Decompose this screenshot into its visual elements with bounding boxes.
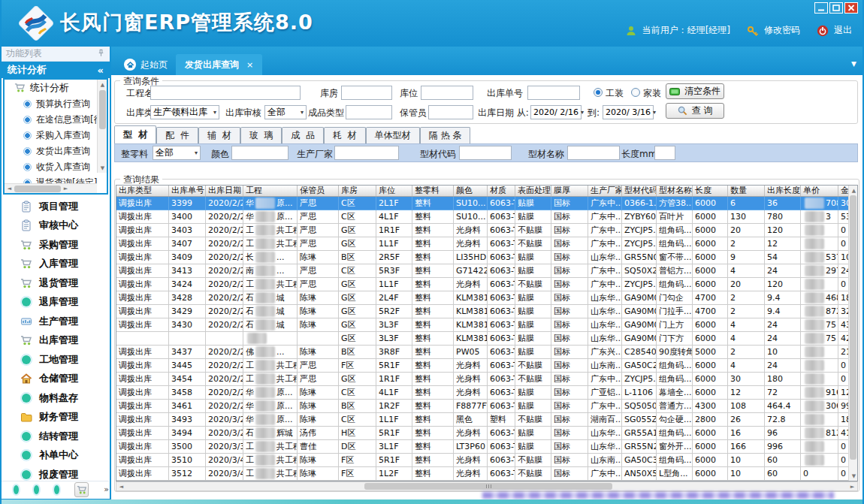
table-row[interactable]: 调拨出库34582020/2/28华原...陈琳C区4L1F整料光身料6063-… <box>116 386 857 400</box>
order-no-input[interactable] <box>527 86 580 100</box>
change-password-link[interactable]: 修改密码 <box>764 24 800 37</box>
profile-code-input[interactable] <box>459 146 512 160</box>
column-header[interactable]: 表面处理 <box>515 186 551 196</box>
column-header[interactable]: 型材代码 <box>622 186 657 196</box>
table-row[interactable]: 调拨出库34932020/3/2华原...陈琳C区1L1F整料黑色塑料不贴膜国标… <box>116 413 857 427</box>
scrollbar-thumb[interactable] <box>364 483 612 490</box>
column-header[interactable]: 材质 <box>488 186 515 196</box>
sidebar-item-出库管理[interactable]: 出库管理 <box>2 331 109 351</box>
scroll-left-icon[interactable]: ◄ <box>116 481 126 491</box>
material-tab-3[interactable]: 辅 材 <box>198 127 240 143</box>
radio-gongzhuang[interactable] <box>594 88 603 97</box>
table-row[interactable]: 调拨出库34092020/2/25长...陈琳B区2R5F整料LI35HD606… <box>116 251 857 264</box>
table-row[interactable]: 调拨出库35002020/3/3工共工程曹佳D区3L1F整料LT3P606063… <box>116 440 857 454</box>
close-button[interactable] <box>844 2 858 14</box>
module-dot-icon[interactable] <box>54 485 59 494</box>
material-tab-8[interactable]: 隔 热 条 <box>420 127 471 143</box>
manufacturer-input[interactable] <box>334 146 399 160</box>
column-header[interactable]: 出库日期 <box>206 186 243 196</box>
table-row[interactable]: 调拨出库34242020/2/26工共工程严思G区1L1F整料光身料6063-T… <box>116 278 857 291</box>
warehouse-input[interactable] <box>341 86 392 100</box>
sidebar-item-生产管理[interactable]: 生产管理 <box>2 312 109 331</box>
table-row[interactable]: 调拨出库34032020/2/25工共工程严思G区1R1F整料光身料6063-T… <box>116 224 857 237</box>
radio-jiazhuang-label[interactable]: 家装 <box>643 87 661 100</box>
table-row[interactable]: 调拨出库34132020/2/26南...严思C区5R3F整料G71422606… <box>116 264 857 278</box>
column-header[interactable]: 单价 <box>801 186 838 196</box>
keeper-input[interactable] <box>428 105 473 119</box>
material-tab-2[interactable]: 配 件 <box>156 127 198 143</box>
maximize-button[interactable] <box>829 2 843 14</box>
column-header[interactable]: 生产厂家 <box>588 186 622 196</box>
column-header[interactable]: 整零料 <box>412 186 454 196</box>
table-row[interactable]: 调拨出库34302020/2/26石城陈琳G区3L3F整料KLM38176063… <box>116 318 857 332</box>
collapse-icon[interactable]: « <box>98 65 104 76</box>
sidebar-tree-item[interactable]: 收货入库查询 <box>5 159 107 175</box>
tab-home[interactable]: 起始页 <box>115 54 177 75</box>
column-header[interactable]: 型材名称 <box>657 186 693 196</box>
material-tab-5[interactable]: 成 品 <box>282 127 324 143</box>
tab-shipment-query[interactable]: 发货出库查询 × <box>176 54 262 75</box>
scrollbar-thumb[interactable] <box>14 186 61 192</box>
tree-horizontal-scrollbar[interactable]: ◄ ► <box>5 183 97 193</box>
scroll-left-icon[interactable]: ◄ <box>5 184 14 194</box>
sidebar-tree-item[interactable]: 采购入库查询 <box>5 128 107 143</box>
scroll-up-icon[interactable]: ▲ <box>849 186 858 195</box>
table-row[interactable]: 调拨出库34292020/2/26石城陈琳G区5R2F整料KLM38176063… <box>116 305 857 318</box>
radio-gongzhuang-label[interactable]: 工装 <box>606 87 624 100</box>
sidebar-item-财务管理[interactable]: 财务管理 <box>2 408 109 427</box>
logout-link[interactable]: 退出 <box>834 24 852 37</box>
clear-conditions-button[interactable]: 清空条件 <box>666 83 724 99</box>
minimize-button[interactable] <box>814 2 828 14</box>
table-row[interactable]: 调拨出库34282020/2/26石城陈琳G区2L4F整料KLM38176063… <box>116 291 857 305</box>
product-type-input[interactable] <box>346 105 392 119</box>
whole-piece-select[interactable]: 全部 ▾ <box>153 146 201 160</box>
material-tab-6[interactable]: 耗 材 <box>324 127 366 143</box>
scroll-right-icon[interactable]: ► <box>847 481 857 491</box>
table-row[interactable]: 调拨出库34452020/2/27工共工程严思F区5R1F整料光身料6063-T… <box>116 359 857 373</box>
sidebar-item-结转管理[interactable]: 结转管理 <box>2 427 109 446</box>
grid-vertical-scrollbar[interactable]: ▲ ▼ <box>848 186 857 481</box>
table-row[interactable]: 调拨出库33992020/2/25华原...严思C区2L1F整料SU10...6… <box>116 197 857 210</box>
sidebar-group-header[interactable]: 统计分析 « <box>2 62 110 78</box>
date-to-picker[interactable]: 2020/ 3/16 ▾ <box>603 105 654 119</box>
scroll-up-icon[interactable]: ▲ <box>98 80 107 89</box>
column-header[interactable]: 出库类型 <box>116 186 169 196</box>
sidebar-item-补单中心[interactable]: 补单中心 <box>2 446 109 466</box>
table-row[interactable]: 调拨出库34942020/3/2石辉城汤伟H区5R1F整料光身料6063-T5贴… <box>116 427 857 440</box>
material-tab-7[interactable]: 单体型材 <box>366 127 420 143</box>
grid-horizontal-scrollbar[interactable]: ◄ ► <box>116 481 858 491</box>
table-row[interactable]: G区3L3F整料KLM38176063-T5贴膜国标山东华...GA90M09.… <box>116 332 857 346</box>
more-modules-chevron[interactable]: » <box>104 484 109 494</box>
table-row[interactable]: 调拨出库34072020/2/25工共工程严思G区1L1F整料光身料6063-T… <box>116 237 857 251</box>
sidebar-item-退库管理[interactable]: 退库管理 <box>2 293 109 312</box>
sidebar-item-采购管理[interactable]: 采购管理 <box>2 235 109 255</box>
tree-vertical-scrollbar[interactable]: ▲ ▼ <box>97 80 107 173</box>
tab-overflow-icon[interactable]: ▼ <box>851 60 856 68</box>
table-row[interactable]: 调拨出库34372020/2/27佛...陈琳B区3R8F整料PW056063-… <box>116 346 857 359</box>
radio-jiazhuang[interactable] <box>631 88 640 97</box>
audit-select[interactable]: 全部 ▾ <box>264 105 307 119</box>
column-header[interactable]: 工程 <box>243 186 298 196</box>
column-header[interactable]: 出库单号 <box>169 186 206 196</box>
column-header[interactable]: 出库长度 <box>765 186 801 196</box>
material-tab-4[interactable]: 玻 璃 <box>240 127 282 143</box>
sidebar-item-工地管理[interactable]: 工地管理 <box>2 350 109 370</box>
sidebar-item-入库管理[interactable]: 入库管理 <box>2 255 109 274</box>
scroll-right-icon[interactable]: ► <box>61 184 71 194</box>
sidebar-tree-item[interactable]: 发货出库查询 <box>5 143 107 159</box>
scrollbar-thumb[interactable] <box>850 195 856 460</box>
date-from-picker[interactable]: 2020/ 2/16 ▾ <box>530 105 582 119</box>
scrollbar-thumb[interactable] <box>99 90 106 129</box>
color-input[interactable] <box>231 146 289 160</box>
table-row[interactable]: 调拨出库34612020/2/28华原...陈琳B区1R2F整料F8877FT6… <box>116 400 857 413</box>
table-row[interactable]: 调拨出库35122020/3/4工共工程陈琳F区1L2F整料光身料6063-T5… <box>116 467 857 481</box>
module-dot-icon[interactable] <box>34 485 39 494</box>
sidebar-item-审核中心[interactable]: 审核中心 <box>2 216 109 236</box>
cart-module-button[interactable] <box>74 482 89 497</box>
column-header[interactable]: 长度 <box>693 186 728 196</box>
sidebar-item-项目管理[interactable]: 项目管理 <box>2 197 109 216</box>
sidebar-tree-item[interactable]: 预算执行查询 <box>5 96 107 112</box>
sidebar-tree-item[interactable]: 在途信息查询[待 <box>5 112 107 128</box>
profile-name-input[interactable] <box>567 146 620 160</box>
search-button[interactable]: 查 询 <box>666 103 724 119</box>
